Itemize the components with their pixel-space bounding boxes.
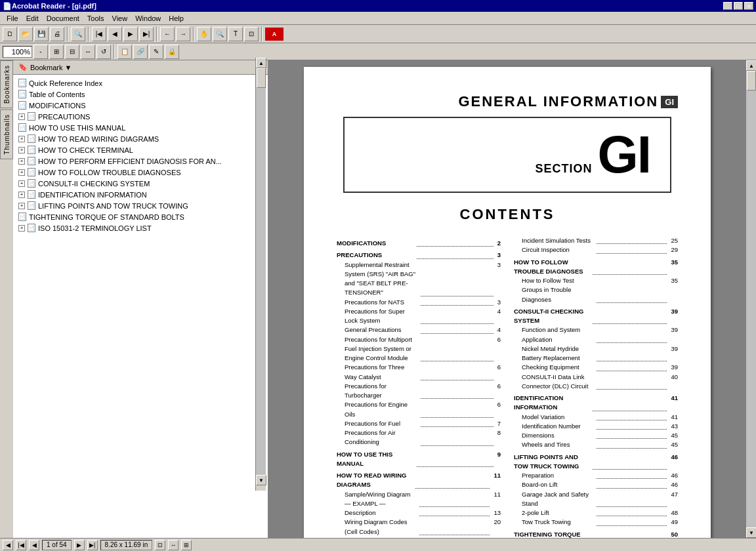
scroll-up-button[interactable]: ▲ [746,60,756,71]
scroll-thumb[interactable] [257,68,266,88]
last-page-button[interactable]: ▶| [139,27,154,41]
expand-icon[interactable]: + [18,180,25,187]
menu-file[interactable]: File [3,13,22,24]
bm-lifting[interactable]: + 📄 LIFTING POINTS AND TOW TRUCK TOWING [13,200,268,211]
bm-toc[interactable]: 📄 Table of Contents [13,89,268,100]
bm-efficient[interactable]: + 📄 HOW TO PERFORM EFFICIENT DIAGNOSIS F… [13,155,268,167]
expand-icon[interactable]: + [18,158,25,165]
toc-entry: Precautions for Super Lock System 4 [337,307,501,326]
pdf-viewer[interactable]: GENERAL INFORMATION GI SECTION GI CONTEN… [269,60,746,538]
page-icon: 📄 [28,134,35,143]
close-button[interactable]: × [744,2,753,10]
expand-icon[interactable]: + [18,203,25,209]
menu-help[interactable]: Help [165,13,188,24]
scroll-down-button[interactable]: ▼ [256,475,266,485]
main-area: Bookmarks Thumbnails 🔖 Bookmark ▼ 📄 Quic… [0,60,756,538]
bookmark-content[interactable]: 📄 Quick Reference Index 📄 Table of Conte… [13,75,268,538]
save-button[interactable]: 💾 [34,27,49,41]
status-first-button[interactable]: |◀ [16,540,26,550]
bm-label: PRECAUTIONS [38,113,90,121]
prev-page-button[interactable]: ◀ [108,27,122,41]
toc-entry: PRECAUTIONS 3 [337,251,501,260]
bm-modifications[interactable]: 📄 MODIFICATIONS [13,100,268,111]
actual-size-button[interactable]: ⊞ [49,45,64,59]
thumbnails-tab[interactable]: Thumbnails [0,110,13,159]
bookmark-title[interactable]: Bookmark ▼ [30,64,72,71]
toc-entry: CONSULT-II Data Link Connector (DLC) Cir… [514,373,678,392]
toc-entry: Garage Jack and Safety Stand 47 [514,490,678,509]
next-page-button[interactable]: ▶ [123,27,138,41]
bm-precautions[interactable]: + 📄 PRECAUTIONS [13,111,268,122]
expand-icon[interactable]: + [18,225,25,232]
bm-consult[interactable]: + 📄 CONSULT-II CHECKING SYSTEM [13,178,268,189]
zoom-status-button[interactable]: ⊞ [181,540,192,550]
zoom-out-small[interactable]: - [33,45,48,59]
open-button[interactable]: 📂 [18,27,33,41]
header-badge: GI [661,96,678,108]
expand-icon[interactable]: + [18,136,25,142]
bm-iso[interactable]: + 📄 ISO 15031-2 TERMINOLOGY LIST [13,222,268,234]
fit-width-status-button[interactable]: ↔ [168,540,178,550]
zoom-in-button[interactable]: 🔍 [213,27,227,41]
status-last-button[interactable]: ▶| [87,540,98,550]
menu-document[interactable]: Document [43,13,83,24]
status-next-button[interactable]: ▶ [74,540,85,550]
crop-button[interactable]: ⊡ [244,27,259,41]
toc-entry: HOW TO FOLLOW TROUBLE DIAGNOSES 35 [514,258,678,277]
minimize-button[interactable]: _ [723,2,732,10]
bm-wiring[interactable]: + 📄 HOW TO READ WIRING DIAGRAMS [13,133,268,144]
expand-icon[interactable]: + [18,192,25,198]
scroll-up-button[interactable]: ▲ [256,60,266,68]
status-prev2-button[interactable]: ◀ [29,540,39,550]
toolbar-btn-10[interactable]: 🔒 [165,45,179,59]
toc-entry: IDENTIFICATION INFORMATION 41 [514,394,678,413]
toc-entry: Precautions for Fuel 7 [337,419,501,428]
toolbar-btn-8[interactable]: 🔗 [133,45,148,59]
back-button[interactable]: ← [160,27,175,41]
page-header: GENERAL INFORMATION GI [337,93,678,110]
bm-torque[interactable]: 📄 TIGHTENING TORQUE OF STANDARD BOLTS [13,211,268,222]
menu-window[interactable]: Window [131,13,165,24]
fit-page-button[interactable]: ⊟ [65,45,79,59]
section-label: SECTION [536,162,593,176]
bm-terminal[interactable]: + 📄 HOW TO CHECK TERMINAL [13,144,268,155]
toc-entry: Precautions for NATS 3 [337,298,501,307]
maximize-button[interactable]: □ [734,2,743,10]
toc-entry: How to Follow Test Groups in Trouble Dia… [514,276,678,304]
expand-icon[interactable]: + [18,147,25,153]
forward-button[interactable]: → [176,27,190,41]
scroll-down-button[interactable]: ▼ [746,527,756,538]
toc-entry: Tow Truck Towing 49 [514,518,678,527]
toc-entry: Incident Simulation Tests 25 [514,236,678,245]
right-scrollbar[interactable]: ▲ ▼ [746,60,756,538]
bm-trouble[interactable]: + 📄 HOW TO FOLLOW TROUBLE DIAGNOSES [13,167,268,178]
bm-quick-ref[interactable]: 📄 Quick Reference Index [13,77,268,89]
section-box: SECTION GI [343,117,671,193]
expand-icon[interactable]: + [18,113,25,120]
outer-left-tabs: Bookmarks Thumbnails [0,60,13,538]
status-prev-button[interactable]: ◀ [3,540,13,550]
hand-button[interactable]: ✋ [197,27,211,41]
bookmarks-tab[interactable]: Bookmarks [0,60,13,108]
scroll-thumb[interactable] [747,71,756,91]
bm-label: HOW TO READ WIRING DIAGRAMS [38,135,159,143]
fit-width-button[interactable]: ↔ [81,45,95,59]
fit-page-status-button[interactable]: ⊡ [155,540,165,550]
zoom-input[interactable] [3,46,32,58]
bm-how-use[interactable]: 📄 HOW TO USE THIS MANUAL [13,122,268,133]
bookmark-scrollbar[interactable]: ▲ ▼ [255,60,266,491]
menu-tools[interactable]: Tools [83,13,108,24]
select-button[interactable]: T [228,27,243,41]
expand-icon[interactable]: + [18,169,25,176]
bm-identification[interactable]: + 📄 IDENTIFICATION INFORMATION [13,189,268,200]
toolbar-btn-9[interactable]: ✎ [149,45,163,59]
first-page-button[interactable]: |◀ [92,27,106,41]
find-button[interactable]: 🔍 [71,27,85,41]
menu-view[interactable]: View [108,13,132,24]
menu-edit[interactable]: Edit [22,13,43,24]
print-button[interactable]: 🖨 [50,27,64,41]
sep3 [156,27,158,41]
rotate-button[interactable]: ↺ [96,45,111,59]
new-button[interactable]: 🗋 [3,27,17,41]
toolbar-btn-7[interactable]: 📋 [117,45,132,59]
